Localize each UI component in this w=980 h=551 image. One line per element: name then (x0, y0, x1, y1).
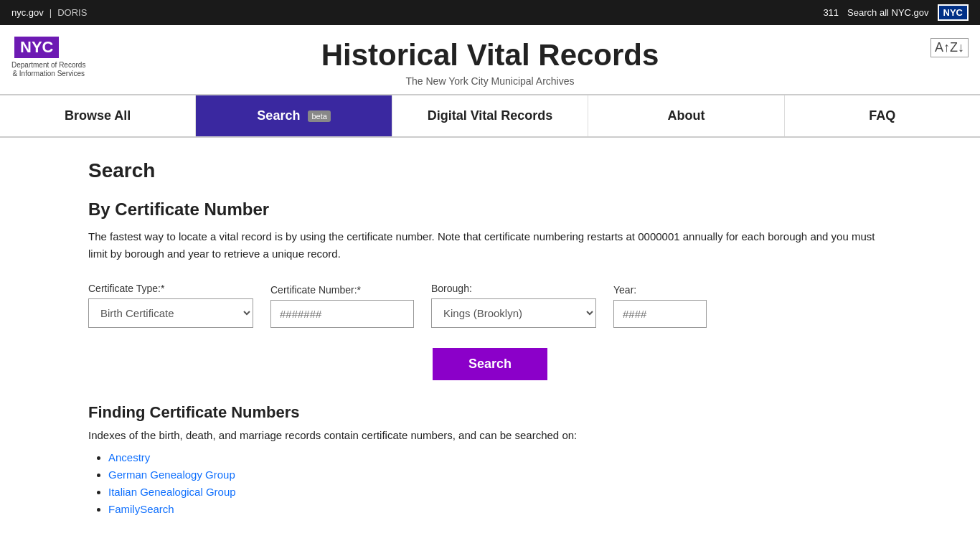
search-heading: Search (88, 159, 892, 182)
finding-heading: Finding Certificate Numbers (88, 403, 892, 422)
search-button[interactable]: Search (433, 348, 547, 380)
cert-description: The fastest way to locate a vital record… (88, 228, 877, 263)
nav-digital-vital-records[interactable]: Digital Vital Records (392, 95, 588, 136)
year-group: Year: (613, 284, 707, 328)
finding-desc: Indexes of the birth, death, and marriag… (88, 429, 892, 441)
top-bar-right: 311 Search all NYC.gov NYC (823, 4, 969, 21)
nav-browse-all[interactable]: Browse All (0, 95, 196, 136)
year-input[interactable] (613, 300, 707, 328)
search-all-link[interactable]: Search all NYC.gov (847, 7, 928, 18)
nav-search-label: Search (257, 108, 300, 123)
german-genealogy-link[interactable]: German Genealogy Group (108, 468, 235, 481)
nav-faq[interactable]: FAQ (785, 95, 980, 136)
main-nav: Browse All Search beta Digital Vital Rec… (0, 94, 980, 138)
cert-number-input[interactable] (270, 300, 414, 328)
logo-area: NYC Department of Records & Information … (11, 34, 85, 78)
borough-select[interactable]: Kings (Brooklyn) Manhattan Queens Bronx … (431, 298, 596, 328)
doris-label: DORIS (57, 7, 87, 18)
cert-form-row: Certificate Type:* Birth Certificate Dea… (88, 283, 892, 328)
nav-about[interactable]: About (588, 95, 784, 136)
cert-type-select[interactable]: Birth Certificate Death Certificate Marr… (88, 298, 253, 328)
page-subtitle: The New York City Municipal Archives (406, 75, 575, 87)
az-icon[interactable]: A↑Z↓ (930, 38, 969, 57)
phone-label: 311 (823, 7, 839, 18)
nyc-badge: NYC (938, 4, 969, 21)
dept-line2: & Information Services (11, 70, 85, 78)
logo-box: NYC (11, 34, 62, 61)
cert-type-group: Certificate Type:* Birth Certificate Dea… (88, 283, 253, 328)
borough-group: Borough: Kings (Brooklyn) Manhattan Quee… (431, 283, 596, 328)
dept-line1: Department of Records (11, 61, 85, 70)
cert-number-heading: By Certificate Number (88, 199, 892, 220)
borough-label: Borough: (431, 283, 596, 294)
separator: | (50, 7, 52, 18)
year-label: Year: (613, 284, 707, 296)
page-title: Historical Vital Records (321, 38, 659, 72)
cert-number-label: Certificate Number:* (270, 284, 414, 296)
nav-search[interactable]: Search beta (196, 95, 392, 136)
italian-genealogy-link[interactable]: Italian Genealogical Group (108, 486, 236, 498)
finding-list: Ancestry German Genealogy Group Italian … (88, 451, 892, 516)
cert-number-group: Certificate Number:* (270, 284, 414, 328)
ancestry-link[interactable]: Ancestry (108, 451, 150, 463)
logo-subtitle: Department of Records & Information Serv… (11, 61, 85, 78)
list-item-italian: Italian Genealogical Group (108, 486, 892, 499)
nycgov-link[interactable]: nyc.gov (11, 7, 44, 18)
cert-type-label: Certificate Type:* (88, 283, 253, 294)
top-bar: nyc.gov | DORIS 311 Search all NYC.gov N… (0, 0, 980, 25)
search-btn-row: Search (88, 348, 892, 380)
list-item-ancestry: Ancestry (108, 451, 892, 464)
beta-badge: beta (308, 110, 330, 122)
logo-nyc: NYC (14, 37, 59, 58)
familysearch-link[interactable]: FamilySearch (108, 503, 174, 515)
main-content: Search By Certificate Number The fastest… (60, 138, 920, 537)
list-item-german: German Genealogy Group (108, 468, 892, 481)
list-item-familysearch: FamilySearch (108, 503, 892, 516)
top-bar-left: nyc.gov | DORIS (11, 7, 87, 18)
header: NYC Department of Records & Information … (0, 25, 980, 94)
